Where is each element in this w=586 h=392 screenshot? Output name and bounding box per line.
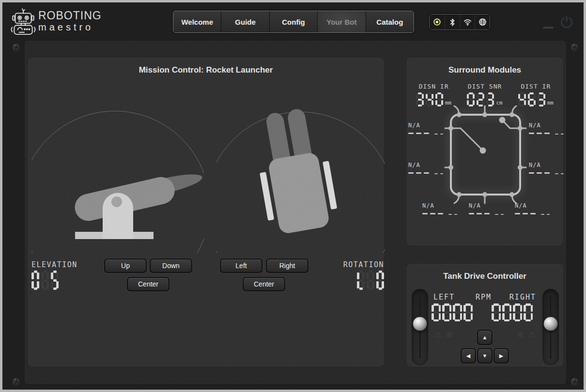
tank-panel-title: Tank Drive Controller bbox=[406, 271, 563, 281]
left-slider-knob[interactable] bbox=[413, 317, 427, 331]
elevation-down-button[interactable]: Down bbox=[150, 258, 192, 273]
rotation-label: ROTATION bbox=[342, 260, 384, 269]
screw-icon bbox=[12, 43, 20, 51]
na-label: N/A bbox=[408, 162, 443, 168]
left-rpm-label: LEFT bbox=[433, 293, 455, 302]
mission-control-panel: Mission Control: Rocket Launcher bbox=[27, 57, 385, 367]
power-button[interactable] bbox=[559, 15, 574, 30]
na-readout: N/A bbox=[422, 202, 457, 214]
needle-tip-dot bbox=[480, 148, 486, 154]
tab-config[interactable]: Config bbox=[269, 11, 317, 32]
bluetooth-icon[interactable] bbox=[445, 15, 460, 30]
na-label: N/A bbox=[408, 122, 443, 129]
mission-panel-title: Mission Control: Rocket Launcher bbox=[28, 65, 384, 75]
na-label: N/A bbox=[469, 202, 504, 209]
launcher-top-view bbox=[216, 104, 385, 255]
robot-logo-icon bbox=[10, 7, 36, 35]
rotation-left-button[interactable]: Left bbox=[220, 258, 262, 273]
screw-icon bbox=[12, 377, 20, 386]
na-readout: N/A bbox=[408, 162, 443, 174]
na-label: N/A bbox=[529, 122, 564, 129]
screw-icon bbox=[571, 377, 579, 386]
sensor-needle-upper-right bbox=[502, 120, 526, 128]
elevation-label: ELEVATION bbox=[31, 260, 77, 269]
rotation-display bbox=[357, 271, 384, 290]
left-rpm-display bbox=[432, 303, 473, 321]
tab-your-bot[interactable]: Your Bot bbox=[317, 11, 365, 32]
right-drive-slider[interactable] bbox=[542, 289, 559, 365]
brand-subtitle: maestro bbox=[38, 22, 93, 33]
rotation-right-button[interactable]: Right bbox=[266, 258, 308, 273]
na-readout: N/A bbox=[408, 122, 443, 134]
robot-body bbox=[267, 151, 330, 235]
surround-modules-panel: Surround Modules DISN IR mm DIST SNR cm bbox=[406, 57, 564, 246]
na-readout: N/A bbox=[469, 202, 504, 214]
na-readout: N/A bbox=[515, 202, 550, 214]
robot-outline bbox=[451, 115, 520, 195]
surround-diagram: N/A N/A N/A N/A N/A bbox=[406, 84, 564, 229]
na-readout: N/A bbox=[529, 162, 564, 174]
content-area: Mission Control: Rocket Launcher bbox=[24, 40, 567, 385]
right-rpm-label: RIGHT bbox=[508, 293, 536, 302]
tank-drive-panel: Tank Drive Controller LEFT RPM RIGHT ⚠ ⊗… bbox=[406, 263, 564, 367]
tab-guide[interactable]: Guide bbox=[221, 11, 269, 32]
dpad-up-button[interactable]: ▲ bbox=[477, 330, 493, 345]
dpad-down-button[interactable]: ▼ bbox=[477, 348, 493, 363]
na-label: N/A bbox=[529, 162, 564, 168]
dpad-right-button[interactable]: ▶ bbox=[493, 348, 509, 363]
warning-icon: ⚠ bbox=[528, 330, 536, 340]
wifi-icon[interactable] bbox=[460, 15, 475, 30]
status-icon-group bbox=[429, 14, 490, 30]
screw-icon bbox=[571, 43, 579, 51]
app-window: ROBOTING maestro Welcome Guide Config Yo… bbox=[0, 0, 586, 392]
tab-catalog[interactable]: Catalog bbox=[366, 11, 414, 32]
na-label: N/A bbox=[515, 202, 550, 209]
dpad-left-button[interactable]: ◀ bbox=[461, 348, 476, 363]
needle-tip-dot bbox=[499, 117, 506, 123]
na-readout: N/A bbox=[529, 122, 564, 134]
left-drive-slider[interactable] bbox=[412, 289, 428, 365]
globe-icon[interactable] bbox=[475, 15, 490, 30]
rotation-center-button[interactable]: Center bbox=[243, 277, 285, 291]
na-label: N/A bbox=[422, 202, 457, 209]
elevation-display bbox=[31, 271, 59, 290]
warning-icon: ⚠ bbox=[434, 330, 442, 340]
launcher-side-view bbox=[31, 104, 204, 255]
right-rpm-display bbox=[492, 303, 533, 321]
rpm-label: RPM bbox=[476, 293, 492, 302]
error-icon: ⊗ bbox=[446, 330, 453, 340]
elevation-up-button[interactable]: Up bbox=[104, 258, 147, 273]
tab-welcome[interactable]: Welcome bbox=[173, 11, 221, 32]
surround-panel-title: Surround Modules bbox=[406, 65, 563, 75]
elevation-center-button[interactable]: Center bbox=[127, 277, 170, 291]
brand-name: ROBOTING bbox=[38, 9, 102, 22]
pivot-dot bbox=[111, 196, 122, 207]
minimize-button[interactable] bbox=[543, 27, 554, 29]
error-icon: ⊗ bbox=[517, 330, 524, 340]
connection-indicator-icon[interactable] bbox=[430, 15, 445, 30]
right-slider-knob[interactable] bbox=[543, 317, 558, 331]
main-tabbar: Welcome Guide Config Your Bot Catalog bbox=[173, 11, 414, 33]
